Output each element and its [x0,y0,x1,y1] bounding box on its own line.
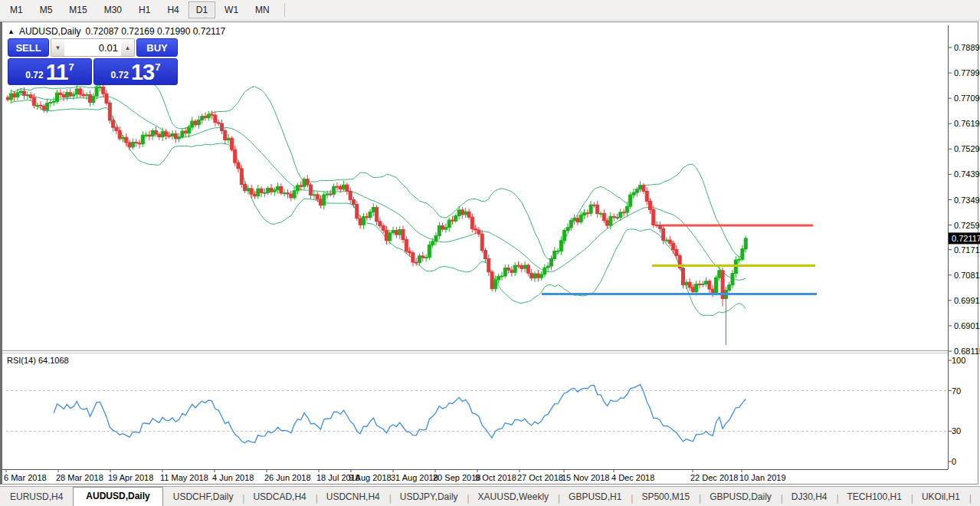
chart-tab-xauusd-weekly[interactable]: XAUUSD,Weekly| [468,488,559,506]
chart-tab-tech100-h1[interactable]: TECH100,H1| [837,488,912,506]
chart-tab-sp500-m15[interactable]: SP500,M15| [631,488,700,506]
volume-increase-icon[interactable]: ▲ [121,39,134,56]
chart-tab-usdcnh-h4[interactable]: USDCNH,H4| [316,488,390,506]
rsi-indicator-label: RSI(14) 64.1068 [7,356,69,365]
chart-symbol-icon: ▲ [8,28,15,35]
chart-tab-gbpusd-h1[interactable]: GBPUSD,H1| [559,488,631,506]
chart-tab-ukoil-h1[interactable]: UKOil,H1| [912,488,970,506]
chart-tab-usdjpy-daily[interactable]: USDJPY,Daily| [390,488,468,506]
buy-price-pips: 13 [131,61,154,84]
timeframe-button-m30[interactable]: M30 [97,2,129,18]
timeframe-button-d1[interactable]: D1 [188,2,215,18]
sell-quote-button[interactable]: 0.72 11 7 [8,58,92,85]
buy-button[interactable]: BUY [136,38,178,57]
timeframe-button-h1[interactable]: H1 [131,2,158,18]
volume-stepper: ▼ ▲ [51,38,135,57]
chart-title-ohlc: 0.72087 0.72169 0.71990 0.72117 [86,26,226,37]
timeframe-button-w1[interactable]: W1 [217,2,246,18]
buy-quote-button[interactable]: 0.72 13 7 [93,58,178,85]
timeframe-button-m1[interactable]: M1 [2,2,31,18]
chart-tab-gbpusd-daily[interactable]: GBPUSD,Daily| [700,488,782,506]
chart-tab-dj30-h4[interactable]: DJ30,H4| [782,488,837,506]
chart-tab-audusd-daily[interactable]: AUDUSD,Daily [73,487,162,506]
chart-title: ▲ AUDUSD,Daily 0.72087 0.72169 0.71990 0… [8,26,225,37]
chart-tab-usdcad-h4[interactable]: USDCAD,H4| [243,488,316,506]
buy-price-point: 7 [155,61,160,73]
sell-price-pips: 11 [46,61,68,84]
chart-tabs-bar: EURUSD,H4AUDUSD,DailyUSDCHF,Daily|USDCAD… [0,486,980,506]
timeframe-button-mn[interactable]: MN [247,2,277,18]
one-click-trading-panel: SELL ▼ ▲ BUY 0.72 11 7 0.72 13 7 [8,38,178,85]
toolbar-separator [284,3,285,17]
timeframe-button-h4[interactable]: H4 [159,2,186,18]
buy-price-prefix: 0.72 [111,70,129,80]
chart-tab-usdchf-daily[interactable]: USDCHF,Daily| [163,488,244,506]
sell-button[interactable]: SELL [8,38,49,57]
volume-input[interactable] [64,39,121,56]
chart-tab-u[interactable]: U [970,488,980,506]
volume-decrease-icon[interactable]: ▼ [51,39,64,56]
sell-price-prefix: 0.72 [25,70,43,80]
timeframe-button-m15[interactable]: M15 [61,2,94,18]
sell-price-point: 7 [68,61,74,73]
chart-tab-eurusd-h4[interactable]: EURUSD,H4 [0,488,73,506]
chart-window [0,21,978,485]
timeframe-toolbar: M1M5M15M30H1H4D1W1MN [0,0,980,21]
timeframe-button-m5[interactable]: M5 [32,2,61,18]
chart-title-symbol: AUDUSD,Daily [19,26,81,37]
